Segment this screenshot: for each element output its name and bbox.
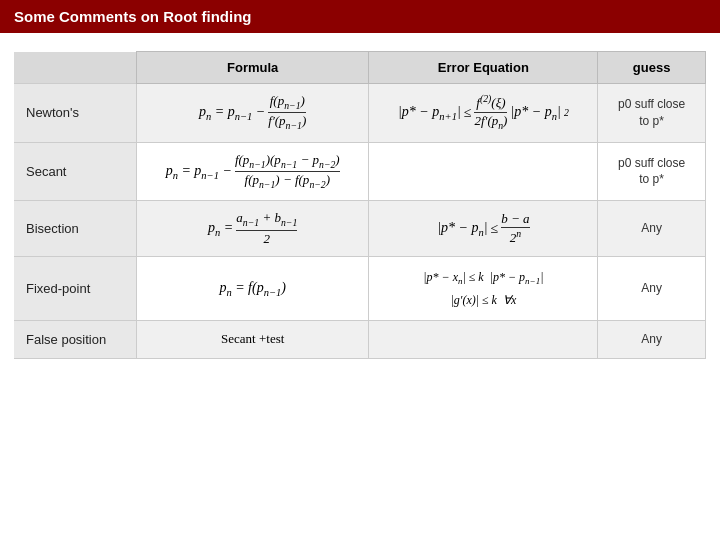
fixedpoint-error-cell: |p* − xn| ≤ k |p* − pn−1| |g′(x)| ≤ k ∀x bbox=[369, 256, 598, 320]
table-row: Secant pn = pn−1 − f(pn−1)(pn−1 − pn−2) … bbox=[14, 142, 706, 201]
comparison-table: Formula Error Equation guess Newton's pn… bbox=[14, 51, 706, 359]
falseposition-formula-cell: Secant +test bbox=[136, 320, 369, 358]
bisection-formula-cell: pn = an−1 + bn−1 2 bbox=[136, 201, 369, 257]
fixedpoint-guess-cell: Any bbox=[598, 256, 706, 320]
main-content: Formula Error Equation guess Newton's pn… bbox=[0, 33, 720, 377]
secant-error-cell bbox=[369, 142, 598, 201]
falseposition-guess-cell: Any bbox=[598, 320, 706, 358]
col-header-error: Error Equation bbox=[369, 52, 598, 84]
table-row: Newton's pn = pn−1 − f(pn−1) f′(pn−1) p*… bbox=[14, 84, 706, 143]
col-header-empty bbox=[14, 52, 136, 84]
col-header-guess: guess bbox=[598, 52, 706, 84]
fixedpoint-formula-cell: pn = f(pn−1) bbox=[136, 256, 369, 320]
col-header-formula: Formula bbox=[136, 52, 369, 84]
bisection-guess-cell: Any bbox=[598, 201, 706, 257]
newtons-error-cell: p* − pn+1 ≤ f(2)(ξ) 2f′(pn) p* − pn 2 bbox=[369, 84, 598, 143]
page-title: Some Comments on Root finding bbox=[14, 8, 252, 25]
row-label: Fixed-point bbox=[14, 256, 136, 320]
row-label: Bisection bbox=[14, 201, 136, 257]
newtons-formula-cell: pn = pn−1 − f(pn−1) f′(pn−1) bbox=[136, 84, 369, 143]
row-label: Secant bbox=[14, 142, 136, 201]
secant-guess-cell: p0 suff close to p* bbox=[598, 142, 706, 201]
table-header-row: Formula Error Equation guess bbox=[14, 52, 706, 84]
newtons-guess-cell: p0 suff close to p* bbox=[598, 84, 706, 143]
row-label: False position bbox=[14, 320, 136, 358]
bisection-error-cell: p* − pn ≤ b − a 2n bbox=[369, 201, 598, 257]
page-header: Some Comments on Root finding bbox=[0, 0, 720, 33]
table-row: Bisection pn = an−1 + bn−1 2 p* − pn ≤ bbox=[14, 201, 706, 257]
row-label: Newton's bbox=[14, 84, 136, 143]
table-row: Fixed-point pn = f(pn−1) |p* − xn| ≤ k |… bbox=[14, 256, 706, 320]
secant-formula-cell: pn = pn−1 − f(pn−1)(pn−1 − pn−2) f(pn−1)… bbox=[136, 142, 369, 201]
falseposition-error-cell bbox=[369, 320, 598, 358]
table-row: False position Secant +test Any bbox=[14, 320, 706, 358]
